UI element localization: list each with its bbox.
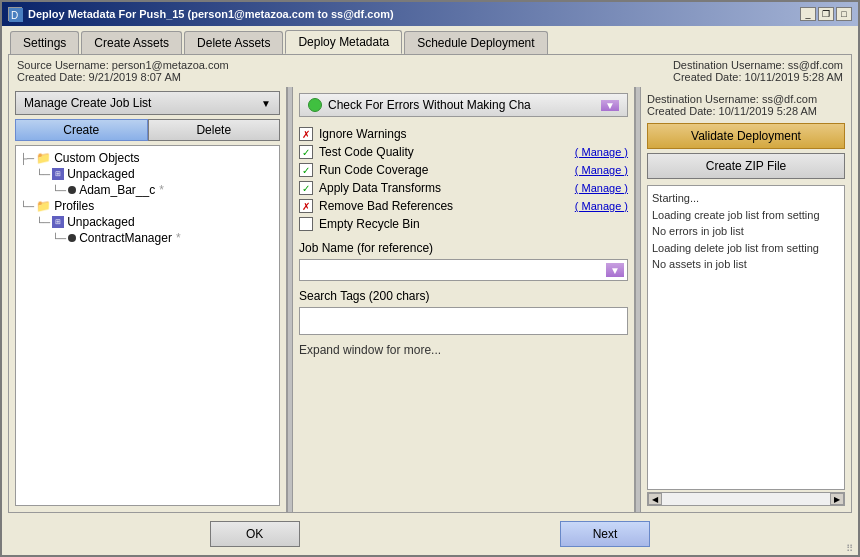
log-line: Starting... bbox=[652, 190, 840, 207]
folder-icon: 📁 bbox=[36, 199, 51, 213]
tab-schedule-deployment[interactable]: Schedule Deployment bbox=[404, 31, 547, 54]
tree-label: Adam_Bar__c bbox=[79, 183, 155, 197]
maximize-button[interactable]: □ bbox=[836, 7, 852, 21]
tree-panel: ├─ 📁 Custom Objects └─ ⊞ Unpackaged └─ bbox=[15, 145, 280, 506]
tab-delete-assets[interactable]: Delete Assets bbox=[184, 31, 283, 54]
manage-dropdown-arrow: ▼ bbox=[261, 98, 271, 109]
tree-item: └─ Adam_Bar__c * bbox=[20, 182, 275, 198]
check-errors-label: Check For Errors Without Making Cha bbox=[328, 98, 531, 112]
title-bar: D Deploy Metadata For Push_15 (person1@m… bbox=[2, 2, 858, 26]
check-errors-dropdown-arrow[interactable]: ▼ bbox=[601, 100, 619, 111]
test-code-quality-label: Test Code Quality bbox=[319, 145, 414, 159]
manage-create-job-list-button[interactable]: Manage Create Job List ▼ bbox=[15, 91, 280, 115]
option-empty-recycle-bin: Empty Recycle Bin bbox=[299, 215, 628, 233]
right-top-info: Destination Username: ss@df.com Created … bbox=[647, 93, 845, 117]
log-line: No assets in job list bbox=[652, 256, 840, 273]
tree-item: └─ ⊞ Unpackaged bbox=[20, 166, 275, 182]
apply-data-transforms-checkbox[interactable]: ✓ bbox=[299, 181, 313, 195]
minimize-button[interactable]: _ bbox=[800, 7, 816, 21]
job-name-input[interactable] bbox=[303, 263, 606, 277]
scroll-right-arrow[interactable]: ▶ bbox=[830, 493, 844, 505]
tree-connector: └─ bbox=[52, 185, 66, 196]
folder-icon: 📁 bbox=[36, 151, 51, 165]
top-info-row: Source Username: person1@metazoa.com Cre… bbox=[9, 55, 851, 87]
validate-deployment-button[interactable]: Validate Deployment bbox=[647, 123, 845, 149]
job-name-field: ▼ bbox=[299, 259, 628, 281]
tree-label: Custom Objects bbox=[54, 151, 139, 165]
tree-label: Unpackaged bbox=[67, 167, 134, 181]
tree-label: ContractManager bbox=[79, 231, 172, 245]
asterisk-icon: * bbox=[176, 231, 181, 245]
tree-item: └─ 📁 Profiles bbox=[20, 198, 275, 214]
create-button[interactable]: Create bbox=[15, 119, 148, 141]
deploy-icon: D bbox=[8, 7, 22, 21]
tab-deploy-metadata[interactable]: Deploy Metadata bbox=[285, 30, 402, 54]
next-button[interactable]: Next bbox=[560, 521, 651, 547]
ignore-warnings-label: Ignore Warnings bbox=[319, 127, 407, 141]
expand-text: Expand window for more... bbox=[299, 343, 628, 357]
ok-button[interactable]: OK bbox=[210, 521, 300, 547]
asterisk-icon: * bbox=[159, 183, 164, 197]
option-remove-bad-references: ✗ Remove Bad References ( Manage ) bbox=[299, 197, 628, 215]
svg-text:D: D bbox=[11, 10, 18, 21]
dest-created-right: Created Date: 10/11/2019 5:28 AM bbox=[647, 105, 845, 117]
dest-created-date: Created Date: 10/11/2019 5:28 AM bbox=[673, 71, 843, 83]
tree-label: Unpackaged bbox=[67, 215, 134, 229]
dot-icon bbox=[68, 234, 76, 242]
log-scrollbar: ◀ ▶ bbox=[647, 492, 845, 506]
empty-recycle-bin-checkbox[interactable] bbox=[299, 217, 313, 231]
grid-icon: ⊞ bbox=[52, 216, 64, 228]
run-code-coverage-checkbox[interactable]: ✓ bbox=[299, 163, 313, 177]
remove-bad-references-label: Remove Bad References bbox=[319, 199, 453, 213]
run-code-coverage-manage-link[interactable]: ( Manage ) bbox=[575, 164, 628, 176]
apply-data-transforms-manage-link[interactable]: ( Manage ) bbox=[575, 182, 628, 194]
job-name-dropdown-arrow[interactable]: ▼ bbox=[606, 263, 624, 277]
restore-button[interactable]: ❐ bbox=[818, 7, 834, 21]
tabs-row: Settings Create Assets Delete Assets Dep… bbox=[2, 26, 858, 54]
source-info: Source Username: person1@metazoa.com Cre… bbox=[17, 59, 229, 83]
test-code-quality-checkbox[interactable]: ✓ bbox=[299, 145, 313, 159]
tab-settings[interactable]: Settings bbox=[10, 31, 79, 54]
bottom-bar: OK Next bbox=[2, 513, 858, 555]
title-buttons: _ ❐ □ bbox=[800, 7, 852, 21]
dest-username-right: Destination Username: ss@df.com bbox=[647, 93, 845, 105]
source-username: Source Username: person1@metazoa.com bbox=[17, 59, 229, 71]
search-tags-input[interactable] bbox=[299, 307, 628, 335]
log-line: Loading create job list from setting bbox=[652, 207, 840, 224]
scroll-left-arrow[interactable]: ◀ bbox=[648, 493, 662, 505]
tree-label: Profiles bbox=[54, 199, 94, 213]
option-ignore-warnings: ✗ Ignore Warnings bbox=[299, 125, 628, 143]
job-name-label: Job Name (for reference) bbox=[299, 241, 628, 255]
manage-btn-label: Manage Create Job List bbox=[24, 96, 151, 110]
remove-bad-references-checkbox[interactable]: ✗ bbox=[299, 199, 313, 213]
ignore-warnings-checkbox[interactable]: ✗ bbox=[299, 127, 313, 141]
tree-item: └─ ContractManager * bbox=[20, 230, 275, 246]
tree-connector: └─ bbox=[36, 217, 50, 228]
manage-btn-row: Manage Create Job List ▼ bbox=[9, 87, 286, 119]
tab-create-assets[interactable]: Create Assets bbox=[81, 31, 182, 54]
scroll-track[interactable] bbox=[662, 493, 830, 505]
run-code-coverage-label: Run Code Coverage bbox=[319, 163, 428, 177]
tree-connector: ├─ bbox=[20, 153, 34, 164]
tree-connector: └─ bbox=[36, 169, 50, 180]
log-line: Loading delete job list from setting bbox=[652, 240, 840, 257]
delete-button[interactable]: Delete bbox=[148, 119, 281, 141]
title-bar-left: D Deploy Metadata For Push_15 (person1@m… bbox=[8, 7, 394, 21]
check-errors-button[interactable]: Check For Errors Without Making Cha ▼ bbox=[299, 93, 628, 117]
search-tags-label: Search Tags (200 chars) bbox=[299, 289, 628, 303]
tree-item: ├─ 📁 Custom Objects bbox=[20, 150, 275, 166]
tree-item: └─ ⊞ Unpackaged bbox=[20, 214, 275, 230]
remove-bad-references-manage-link[interactable]: ( Manage ) bbox=[575, 200, 628, 212]
tree-connector: └─ bbox=[20, 201, 34, 212]
apply-data-transforms-label: Apply Data Transforms bbox=[319, 181, 441, 195]
test-code-quality-manage-link[interactable]: ( Manage ) bbox=[575, 146, 628, 158]
create-zip-button[interactable]: Create ZIP File bbox=[647, 153, 845, 179]
window-title: Deploy Metadata For Push_15 (person1@met… bbox=[28, 8, 394, 20]
option-test-code-quality: ✓ Test Code Quality ( Manage ) bbox=[299, 143, 628, 161]
empty-recycle-bin-label: Empty Recycle Bin bbox=[319, 217, 420, 231]
destination-info: Destination Username: ss@df.com Created … bbox=[673, 59, 843, 83]
resize-handle[interactable]: ⠿ bbox=[846, 543, 856, 553]
dot-icon bbox=[68, 186, 76, 194]
tree-connector: └─ bbox=[52, 233, 66, 244]
option-run-code-coverage: ✓ Run Code Coverage ( Manage ) bbox=[299, 161, 628, 179]
